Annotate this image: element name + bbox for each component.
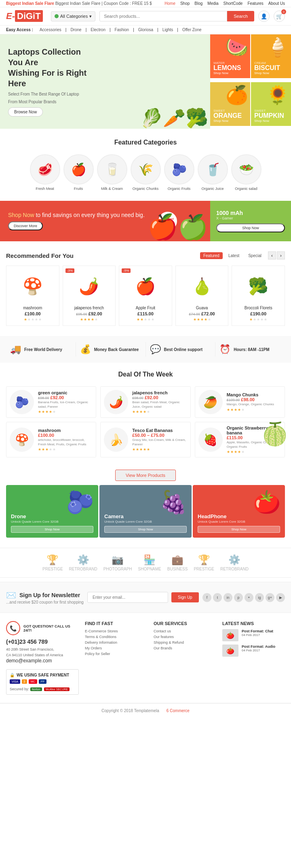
rss-icon[interactable]: ⚬	[245, 593, 253, 602]
easy-access-electron[interactable]: Electron	[88, 28, 108, 32]
news-item-1[interactable]: 🍅 Post Format: Audio 04 Feb 2017	[222, 645, 285, 657]
promo-banners: Shop Now to find savings on every thing …	[0, 201, 291, 241]
nav-blog[interactable]: Blog	[194, 1, 202, 6]
hero-card-pumpkin[interactable]: 🌻 Sweet PUMPKIN Shop Now	[251, 82, 291, 126]
hero-card-orange[interactable]: 🍊 Sweet ORANGE Shop Now	[210, 82, 250, 126]
cart-icon[interactable]: 🛒0	[274, 11, 285, 22]
recommended-header: Recommended For You Featured Latest Spec…	[6, 251, 285, 260]
promo-card-drone-button[interactable]: Shop Now	[11, 526, 93, 533]
nav-media[interactable]: Media	[207, 1, 218, 6]
deal-jalapenos-french[interactable]: 🌶️ jalapenos french £98.00 £92.00 Bean s…	[100, 386, 190, 418]
link-shipping-refund[interactable]: Shipping & Refund	[154, 640, 216, 645]
promo-card-drone[interactable]: 🫐 Drone Unlock Quade Lorem Core 32GB Sho…	[6, 485, 98, 538]
tab-featured[interactable]: Featured	[200, 252, 223, 259]
view-more-button[interactable]: View More Products	[115, 470, 176, 481]
promo-card-camera[interactable]: 🍇 Camera Unlock Quade Lorem Core 32GB Sh…	[99, 485, 192, 538]
rec-prev-button[interactable]: ‹	[268, 251, 276, 260]
link-my-orders[interactable]: My Orders	[85, 646, 148, 650]
link-ecommerce-stores[interactable]: E-Commerce Stores	[85, 629, 148, 633]
cat-label-organic-chunks: Organic Chunks	[133, 187, 159, 191]
newsletter-desc: ...and receive $20 coupon for first shop…	[6, 600, 84, 604]
category-organic-chunks[interactable]: 🌾 Organic Chunks	[131, 154, 161, 191]
easy-access-offer[interactable]: Offer Zone	[180, 28, 204, 32]
tab-special[interactable]: Special	[245, 252, 265, 259]
instagram-icon[interactable]: ig	[255, 593, 264, 602]
deal-mashroom[interactable]: 🍄 mashroom £100.00 artichoke, broccliflo…	[6, 422, 96, 457]
promo-green-subtitle: X - Gamer	[216, 216, 285, 220]
youtube-icon[interactable]: ▶	[276, 593, 285, 602]
product-img-jalapenos: 🌶️	[67, 270, 112, 302]
phone-icon: 📞	[6, 621, 20, 635]
brand-prestige-2[interactable]: 🏆 PRESTIGE	[194, 554, 214, 571]
link-contact-us[interactable]: Contact us	[154, 629, 216, 633]
easy-access-drone[interactable]: Drone	[68, 28, 84, 32]
easy-access-gloriosa[interactable]: Gloriosa	[136, 28, 156, 32]
nav-home[interactable]: Home	[164, 1, 175, 6]
deal-green-organic[interactable]: 🫐 green organic £98.00 £92.00 Banana Fru…	[6, 386, 96, 418]
deal-tesco-bananas[interactable]: 🍌 Tesco Eat Bananas £50.00 – £75.00 Grav…	[100, 422, 190, 457]
brand-shopname[interactable]: 🏪 SHOPNAME	[138, 554, 161, 571]
browse-button[interactable]: Browse Now	[8, 107, 43, 117]
promo-green-shop-button[interactable]: Shop Now	[216, 223, 285, 232]
news-item-0[interactable]: 🍅 Post Format: Chat 04 Feb 2017	[222, 629, 285, 641]
category-organic-fruits[interactable]: 🫐 Organic Fruits	[164, 154, 194, 191]
promo-card-headphone-button[interactable]: Shop Now	[198, 526, 280, 533]
link-delivery[interactable]: Delivery Information	[85, 640, 148, 645]
product-broccoli[interactable]: 🥦 Broccoli Florets £190.00 ★★★★★	[232, 266, 285, 326]
promo-card-camera-button[interactable]: Shop Now	[104, 526, 187, 533]
nav-shortcode[interactable]: ShortCode	[224, 1, 243, 6]
link-terms[interactable]: Terms & Conditions	[85, 635, 148, 639]
search-input[interactable]	[99, 11, 227, 21]
hero-card-biscuit[interactable]: 🍦 Cream BISCUIT Shop Now	[251, 34, 291, 78]
link-policy-seller[interactable]: Policy for Seller	[85, 652, 148, 656]
newsletter-email-input[interactable]	[87, 592, 168, 603]
nav-shop[interactable]: Shop	[180, 1, 190, 6]
newsletter-signup-button[interactable]: Sign Up	[171, 592, 199, 602]
category-fresh-meat[interactable]: 🥩 Fresh Meat	[30, 154, 60, 191]
category-organic-juice[interactable]: 🥤 Organic Juice	[198, 154, 228, 191]
top-nav: Home Shop Blog Media ShortCode Features …	[164, 1, 285, 6]
link-our-brands[interactable]: Our Brands	[154, 646, 216, 650]
product-apple[interactable]: -5% 🍎 Apple Fruit £115.00 ★★★★★	[119, 266, 172, 326]
contact-email[interactable]: demo@example.com	[6, 658, 52, 664]
tab-latest[interactable]: Latest	[225, 252, 242, 259]
discover-more-button[interactable]: Discover More	[8, 221, 43, 230]
top-bar: Biggest Indian Sale Flare Biggest Indian…	[0, 0, 291, 7]
photograph-icon: 📷	[103, 554, 132, 566]
deal-mango-chunks[interactable]: 🥭 Mango Chunks £109.00 £98.00 Mango, Ora…	[195, 386, 285, 418]
promo-cards-section: 🫐 Drone Unlock Quade Lorem Core 32GB Sho…	[0, 485, 291, 544]
easy-access-fashion[interactable]: Fashion	[112, 28, 132, 32]
footer-find-it-fast-title: FIND IT FAST	[85, 621, 148, 626]
googleplus-icon[interactable]: g+	[266, 593, 274, 602]
link-our-features[interactable]: Our features	[154, 635, 216, 639]
cat-img-organic-fruits: 🫐	[164, 154, 194, 185]
product-guava[interactable]: 🍐 Guava £74.00 £72.00 ★★★★★	[175, 266, 229, 326]
easy-access-lights[interactable]: Lights	[160, 28, 176, 32]
user-icon[interactable]: 👤	[258, 11, 270, 22]
category-milk[interactable]: 🥛 Milk & Cream	[97, 154, 127, 191]
brand-business[interactable]: 💼 BUSINESS	[167, 554, 188, 571]
nav-about[interactable]: About Us	[268, 1, 285, 6]
cat-img-organic-salad: 🥗	[231, 154, 261, 185]
news-info-0: Post Format: Chat 04 Feb 2017	[242, 629, 273, 641]
search-button[interactable]: Search	[227, 11, 254, 21]
pinterest-icon[interactable]: p	[234, 593, 243, 602]
brand-retrobrand-2[interactable]: ⚙️ RETROBRAND	[220, 554, 249, 571]
category-dropdown[interactable]: All Categories ▾	[51, 11, 95, 21]
category-organic-salad[interactable]: 🥗 Organic salad	[231, 154, 261, 191]
rec-next-button[interactable]: ›	[277, 251, 285, 260]
cat-label-organic-salad: Organic salad	[235, 187, 257, 191]
hero-card-lemon[interactable]: 🍉 Water LEMONS Shop Now	[210, 34, 250, 78]
product-jalapenos[interactable]: -3% 🌶️ jalapenos french £95.00 £92.00 ★★…	[63, 266, 116, 326]
easy-access-accessories[interactable]: Accessories	[37, 28, 64, 32]
brand-prestige-1[interactable]: 🏆 PRESTIGE	[42, 554, 63, 571]
twitter-icon[interactable]: t	[213, 593, 222, 602]
brand-retrobrand-1[interactable]: ⚙️ RETROBRAND	[69, 554, 97, 571]
brand-photograph[interactable]: 📷 PHOTOGRAPH	[103, 554, 132, 571]
facebook-icon[interactable]: f	[202, 593, 211, 602]
promo-card-headphone[interactable]: 🍅 HeadPhone Unlock Quade Lorem Core 32GB…	[193, 485, 285, 538]
nav-features[interactable]: Features	[247, 1, 263, 6]
linkedin-icon[interactable]: in	[224, 593, 232, 602]
product-mushroom[interactable]: 🍄 mashroom £100.00 ★★★★★	[6, 266, 59, 326]
category-fruits[interactable]: 🍎 Fruits	[63, 154, 94, 191]
